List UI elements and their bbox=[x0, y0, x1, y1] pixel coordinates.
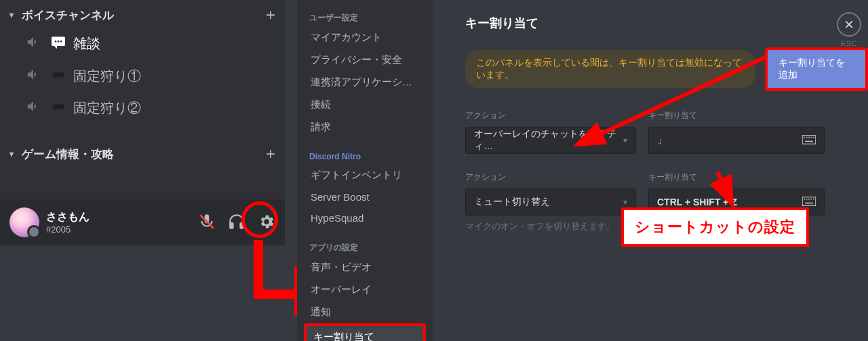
add-channel-icon[interactable]: + bbox=[266, 144, 275, 163]
keybind-input-1[interactable]: 」 bbox=[648, 127, 825, 154]
channel-label: 固定狩り① bbox=[73, 67, 141, 85]
svg-rect-16 bbox=[806, 198, 808, 199]
settings-item-notifications[interactable]: 通知 bbox=[304, 301, 426, 323]
speaker-icon bbox=[26, 99, 42, 117]
svg-point-1 bbox=[55, 41, 57, 43]
gear-icon[interactable] bbox=[258, 213, 275, 233]
svg-point-2 bbox=[58, 41, 60, 43]
svg-point-3 bbox=[60, 41, 62, 43]
speech-bubble-icon bbox=[50, 34, 66, 54]
esc-label: ESC bbox=[841, 39, 857, 47]
settings-header-user: ユーザー設定 bbox=[304, 5, 426, 26]
headphones-icon[interactable] bbox=[228, 213, 245, 233]
gamepad-icon bbox=[50, 68, 66, 85]
action-label: アクション bbox=[465, 172, 636, 183]
page-title: キー割り当て bbox=[465, 15, 868, 31]
keybind-row-1: アクション オーバーレイのチャットをアクティ… ▾ キー割り当て 」 bbox=[465, 110, 868, 154]
svg-rect-19 bbox=[813, 198, 814, 199]
add-channel-icon[interactable]: + bbox=[266, 5, 275, 24]
keybind-disabled-warning: このパネルを表示している間は、キー割り当ては無効になっています。 bbox=[465, 50, 755, 88]
settings-main: キー割り当て このパネルを表示している間は、キー割り当ては無効になっています。 … bbox=[433, 0, 868, 341]
settings-item-my-account[interactable]: マイアカウント bbox=[304, 26, 426, 49]
action-label: アクション bbox=[465, 110, 636, 121]
user-info: ささもん #2005 bbox=[46, 210, 90, 235]
settings-header-app: アプリの設定 bbox=[304, 235, 426, 256]
server-channel-panel: ▾ ボイスチャンネル + 雑談 固定狩り① 固定狩り② ▾ ゲーム情報・攻略 bbox=[0, 0, 285, 245]
svg-rect-20 bbox=[805, 202, 813, 203]
action-select-2-value: ミュート切り替え bbox=[474, 196, 550, 208]
svg-rect-5 bbox=[230, 223, 233, 228]
settings-sidebar: ユーザー設定 マイアカウント プライバシー・安全 連携済アプリケーショ… 接続 … bbox=[297, 0, 433, 341]
gamepad-icon bbox=[50, 100, 66, 117]
game-category[interactable]: ▾ ゲーム情報・攻略 + bbox=[0, 139, 285, 166]
channel-label: 雑談 bbox=[73, 35, 100, 53]
settings-item-voice-video[interactable]: 音声・ビデオ bbox=[304, 256, 426, 279]
keyboard-icon bbox=[802, 197, 816, 208]
settings-item-overlay[interactable]: オーバーレイ bbox=[304, 279, 426, 301]
keyboard-icon bbox=[802, 135, 816, 146]
chevron-down-icon: ▾ bbox=[623, 197, 627, 207]
speaker-icon bbox=[26, 35, 42, 53]
game-category-label: ゲーム情報・攻略 bbox=[22, 146, 114, 162]
voice-channel-fixed1[interactable]: 固定狩り① bbox=[0, 60, 285, 92]
svg-rect-7 bbox=[802, 135, 816, 144]
svg-rect-12 bbox=[813, 136, 814, 138]
settings-item-gift[interactable]: ギフトインベントリ bbox=[304, 164, 426, 186]
keybind-label: キー割り当て bbox=[648, 172, 825, 183]
action-helper-2: マイクのオン・オフを切り替えます。 bbox=[465, 221, 636, 233]
username: ささもん bbox=[46, 210, 90, 224]
svg-rect-6 bbox=[240, 223, 243, 228]
action-select-1-value: オーバーレイのチャットをアクティ… bbox=[474, 128, 623, 153]
user-bar: ささもん #2005 bbox=[0, 199, 285, 245]
chevron-down-icon: ▾ bbox=[623, 136, 627, 145]
annotation-shortcut-label: ショートカットの設定 bbox=[621, 207, 809, 247]
action-select-2[interactable]: ミュート切り替え ▾ bbox=[465, 188, 636, 216]
settings-item-authorized-apps[interactable]: 連携済アプリケーショ… bbox=[304, 71, 426, 94]
avatar[interactable] bbox=[9, 207, 39, 237]
speaker-icon bbox=[26, 67, 42, 85]
voice-category-label: ボイスチャンネル bbox=[22, 7, 114, 23]
svg-rect-17 bbox=[808, 198, 810, 199]
keybind-input-1-value: 」 bbox=[657, 134, 667, 146]
svg-rect-14 bbox=[802, 197, 816, 205]
action-select-1[interactable]: オーバーレイのチャットをアクティ… ▾ bbox=[465, 127, 636, 154]
close-settings-button[interactable] bbox=[837, 12, 861, 37]
mute-mic-icon[interactable] bbox=[198, 213, 216, 233]
voice-category[interactable]: ▾ ボイスチャンネル + bbox=[0, 0, 285, 27]
chevron-down-icon: ▾ bbox=[9, 149, 18, 159]
user-discriminator: #2005 bbox=[46, 224, 90, 235]
chevron-down-icon: ▾ bbox=[9, 10, 18, 20]
svg-rect-18 bbox=[811, 198, 812, 199]
channel-label: 固定狩り② bbox=[73, 99, 141, 117]
settings-item-connections[interactable]: 接続 bbox=[304, 94, 426, 116]
voice-channel-chat[interactable]: 雑談 bbox=[0, 27, 285, 60]
settings-item-hypesquad[interactable]: HypeSquad bbox=[304, 207, 426, 228]
svg-rect-11 bbox=[811, 136, 812, 138]
keybind-label: キー割り当て bbox=[648, 110, 825, 121]
settings-header-nitro: Discord Nitro bbox=[304, 145, 426, 164]
svg-rect-8 bbox=[804, 136, 806, 138]
add-keybind-button[interactable]: キー割り当てを追加 bbox=[765, 47, 868, 91]
svg-rect-9 bbox=[806, 136, 808, 138]
svg-rect-15 bbox=[804, 198, 806, 199]
settings-item-privacy[interactable]: プライバシー・安全 bbox=[304, 49, 426, 71]
voice-channel-fixed2[interactable]: 固定狩り② bbox=[0, 92, 285, 124]
settings-item-keybinds[interactable]: キー割り当て bbox=[304, 323, 426, 341]
svg-rect-13 bbox=[805, 140, 813, 142]
settings-item-boost[interactable]: Server Boost bbox=[304, 186, 426, 207]
keybind-input-2-value: CTRL + SHIFT + Z bbox=[657, 197, 737, 207]
svg-rect-10 bbox=[808, 136, 810, 138]
settings-item-billing[interactable]: 請求 bbox=[304, 116, 426, 138]
